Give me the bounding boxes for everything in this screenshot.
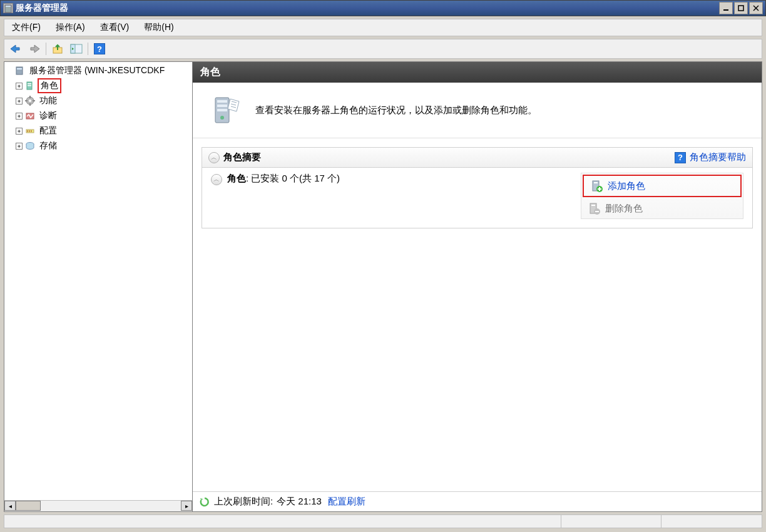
expand-icon[interactable]: + [16,113,23,120]
statusbar-cell [4,515,561,528]
tree-horizontal-scrollbar[interactable]: ◂ ▸ [4,500,192,511]
section-title: 角色摘要 [223,151,671,163]
refresh-value: 今天 21:13 [277,496,322,508]
maximize-button[interactable] [734,2,748,14]
scroll-thumb[interactable] [16,501,41,511]
tree-item-roles[interactable]: + 角色 [6,78,191,93]
tree-root-label: 服务器管理器 (WIN-JKESUTCDKF [28,64,166,77]
tree-item-configuration[interactable]: + 配置 [6,123,191,138]
role-status-value: 已安装 0 个(共 17 个) [251,173,340,183]
add-role-icon [590,180,603,192]
add-role-action[interactable]: 添加角色 [583,175,742,197]
tree-item-storage[interactable]: + 存储 [6,138,191,153]
close-button[interactable] [749,2,763,14]
svg-rect-35 [591,205,595,206]
titlebar: 服务器管理器 [0,0,766,16]
svg-rect-17 [29,103,31,106]
toolbar-separator [46,43,46,55]
statusbar-cell [661,515,762,528]
roles-icon [25,81,35,91]
svg-rect-13 [28,85,31,86]
scroll-track[interactable] [16,501,181,511]
tree-item-diagnostics[interactable]: + 诊断 [6,108,191,123]
section-help[interactable]: ? 角色摘要帮助 [675,151,746,163]
nav-tree[interactable]: + 服务器管理器 (WIN-JKESUTCDKF + 角色 + 功能 [6,63,191,153]
svg-rect-1 [6,6,11,7]
refresh-label: 上次刷新时间: [214,496,273,508]
svg-rect-32 [594,182,598,183]
svg-rect-12 [28,83,31,84]
scroll-right-button[interactable]: ▸ [181,501,192,511]
storage-icon [25,141,35,151]
content-header: 角色 [193,62,762,83]
menu-view[interactable]: 查看(V) [98,21,132,34]
expand-icon[interactable]: + [16,98,23,105]
svg-rect-16 [29,96,31,98]
svg-rect-9 [16,67,23,74]
help-icon: ? [94,43,105,54]
tree-item-label: 配置 [38,125,59,137]
nav-forward-button[interactable] [27,41,42,56]
statusbar [4,514,762,528]
remove-role-label: 删除角色 [605,203,643,215]
statusbar-cell [561,515,661,528]
expand-icon[interactable]: + [16,128,23,135]
up-level-button[interactable] [50,41,65,56]
svg-rect-3 [738,6,743,11]
tree-item-label: 角色 [38,78,61,93]
svg-rect-10 [17,68,22,69]
expand-icon[interactable]: + [16,143,23,150]
roles-banner-icon [208,93,243,128]
menu-file[interactable]: 文件(F) [9,21,43,34]
configure-refresh-link[interactable]: 配置刷新 [328,496,365,508]
refresh-icon [199,496,210,508]
nav-back-button[interactable] [8,41,23,56]
help-icon: ? [675,152,686,163]
banner-text: 查看安装在服务器上角色的运行状况，以及添加或删除角色和功能。 [255,105,537,116]
svg-point-15 [29,100,31,102]
remove-role-icon [588,202,600,215]
expand-icon[interactable]: + [16,83,23,90]
remove-role-action[interactable]: 删除角色 [581,198,743,218]
content-panel: 角色 查看安装在服务器上角色的运行状况，以及添加或删除角色和功能。 [193,61,762,512]
tree-item-label: 功能 [38,95,59,107]
help-button[interactable]: ? [92,41,107,56]
diagnostics-icon [25,111,35,121]
tree-item-features[interactable]: + 功能 [6,93,191,108]
collapse-button[interactable]: ︿ [211,174,222,185]
content-banner: 查看安装在服务器上角色的运行状况，以及添加或删除角色和功能。 [193,83,762,138]
server-icon [15,66,25,76]
svg-rect-28 [217,105,227,107]
refresh-bar: 上次刷新时间: 今天 21:13 配置刷新 [193,491,762,511]
menu-help[interactable]: 帮助(H) [141,21,176,34]
svg-rect-29 [217,109,227,111]
svg-rect-27 [217,100,227,103]
configuration-icon [25,126,35,136]
menu-action[interactable]: 操作(A) [53,21,88,34]
svg-rect-18 [25,100,28,101]
tree-item-label: 诊断 [38,110,59,122]
tree-item-label: 存储 [38,140,59,152]
svg-rect-19 [33,100,35,101]
show-hide-tree-button[interactable] [69,41,84,56]
menubar: 文件(F) 操作(A) 查看(V) 帮助(H) [4,19,762,36]
actions-panel: 添加角色 删除角色 [581,173,743,219]
section-header: ︿ 角色摘要 ? 角色摘要帮助 [202,148,752,168]
add-role-label: 添加角色 [608,180,645,192]
role-status-label: 角色 [227,173,246,183]
features-icon [25,96,35,106]
toolbar-separator [88,43,88,55]
toolbar: ? [4,39,762,59]
scroll-left-button[interactable]: ◂ [4,501,16,511]
role-status: 角色: 已安装 0 个(共 17 个) [227,173,340,185]
help-link[interactable]: 角色摘要帮助 [690,151,746,163]
minimize-button[interactable] [719,2,733,14]
roles-summary-section: ︿ 角色摘要 ? 角色摘要帮助 ︿ 角色: 已安装 0 个(共 17 个) [202,147,753,228]
svg-rect-24 [31,130,32,132]
tree-root[interactable]: + 服务器管理器 (WIN-JKESUTCDKF [6,63,191,78]
tree-panel: + 服务器管理器 (WIN-JKESUTCDKF + 角色 + 功能 [4,61,193,512]
window-title: 服务器管理器 [16,3,719,14]
app-icon [3,3,13,13]
collapse-button[interactable]: ︿ [208,152,220,163]
svg-point-30 [220,116,224,120]
